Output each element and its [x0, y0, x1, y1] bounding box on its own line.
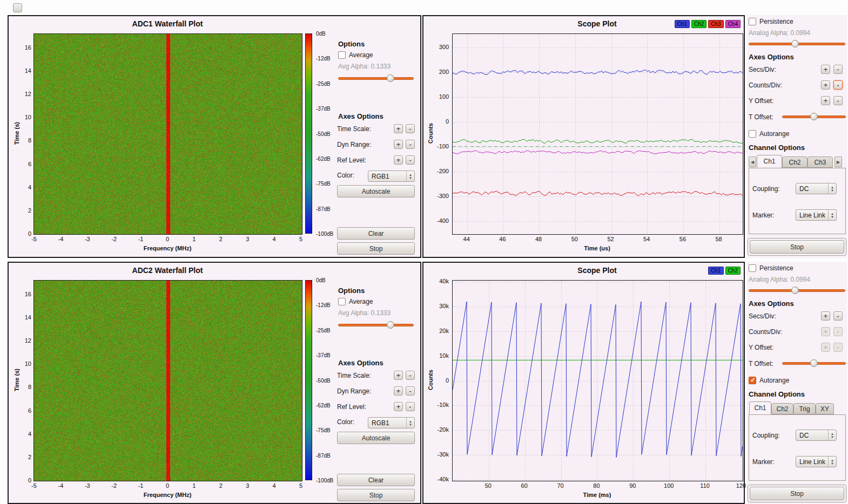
stop-button[interactable]: Stop	[750, 487, 844, 500]
secs-div-increase-button[interactable]: +	[821, 311, 830, 321]
y-tick-label: 4	[28, 184, 31, 190]
stop-button[interactable]: Stop	[750, 240, 844, 254]
average-checkbox-box[interactable]	[338, 298, 346, 305]
analog-alpha-slider[interactable]	[749, 287, 845, 294]
slider-handle[interactable]	[791, 287, 799, 294]
tab-ch2[interactable]: Ch2	[771, 403, 793, 414]
y-offset-decrease-button[interactable]: -	[833, 96, 843, 105]
autorange-checkbox-box[interactable]	[749, 377, 756, 384]
waterfall-canvas[interactable]	[33, 280, 302, 481]
time-scale-increase-button[interactable]: +	[394, 371, 403, 380]
tab-scroll-right-button[interactable]: ▶	[834, 156, 842, 167]
x-tick-label: -2	[111, 482, 117, 489]
ref-level-decrease-button[interactable]: -	[406, 402, 415, 411]
counts-div-decrease-button[interactable]: -	[833, 80, 843, 90]
secs-div-decrease-button[interactable]: -	[833, 65, 843, 74]
time-scale-decrease-button[interactable]: -	[406, 124, 415, 133]
y-offset-increase-button[interactable]: +	[821, 96, 830, 105]
tab-trig[interactable]: Trig	[793, 403, 816, 414]
dyn-range-increase-button[interactable]: +	[394, 386, 403, 396]
average-checkbox[interactable]: Average	[338, 51, 373, 59]
x-tick-label: 1	[192, 482, 196, 489]
tab-ch1[interactable]: Ch1	[757, 155, 782, 168]
waterfall-canvas[interactable]	[33, 33, 302, 235]
dyn-range-decrease-button[interactable]: -	[406, 140, 415, 149]
spin-down-icon[interactable]: ▼	[409, 423, 412, 426]
dyn-range-increase-button[interactable]: +	[394, 140, 403, 149]
persistence-checkbox-box[interactable]	[749, 18, 756, 25]
counts-div-increase-button[interactable]: +	[821, 327, 830, 336]
spinner-arrows-icon[interactable]: ▲▼	[406, 418, 414, 428]
secs-div-decrease-button[interactable]: -	[833, 311, 843, 321]
tab-scroll-left-button[interactable]: ◀	[749, 156, 756, 167]
coupling-value: DC	[796, 185, 828, 193]
coupling-combo[interactable]: DC ▲▼	[796, 183, 837, 194]
spin-down-icon[interactable]: ▼	[409, 176, 412, 180]
time-scale-label: Time Scale:	[337, 372, 371, 379]
spinner-arrows-icon[interactable]: ▲▼	[828, 457, 836, 467]
stray-handle	[13, 3, 22, 12]
y-offset-decrease-button[interactable]: -	[833, 343, 843, 352]
stop-button[interactable]: Stop	[337, 242, 415, 255]
spinner-arrows-icon[interactable]: ▲▼	[828, 210, 836, 220]
spinner-arrows-icon[interactable]: ▲▼	[406, 171, 414, 181]
slider-handle[interactable]	[791, 40, 799, 47]
slider-handle[interactable]	[387, 321, 394, 329]
slider-handle[interactable]	[810, 359, 818, 367]
avg-alpha-slider[interactable]	[338, 74, 414, 82]
t-offset-slider[interactable]	[782, 113, 846, 120]
autoscale-button[interactable]: Autoscale	[337, 432, 415, 444]
slider-handle[interactable]	[810, 113, 818, 120]
marker-value: Line Link	[796, 458, 828, 466]
ref-level-increase-button[interactable]: +	[394, 402, 403, 411]
t-offset-label: T Offset:	[749, 360, 773, 367]
tab-ch2[interactable]: Ch2	[782, 156, 807, 168]
autorange-checkbox[interactable]: Autorange	[749, 377, 789, 384]
spin-down-icon[interactable]: ▼	[831, 189, 834, 192]
average-checkbox[interactable]: Average	[338, 298, 373, 305]
secs-div-increase-button[interactable]: +	[821, 65, 830, 74]
slider-handle[interactable]	[387, 74, 394, 82]
ref-level-decrease-button[interactable]: -	[406, 155, 415, 165]
scope-canvas[interactable]	[452, 280, 743, 481]
marker-combo[interactable]: Line Link ▲▼	[796, 456, 837, 467]
time-scale-decrease-button[interactable]: -	[406, 371, 415, 380]
t-offset-slider[interactable]	[782, 359, 846, 367]
persistence-checkbox[interactable]: Persistence	[749, 18, 793, 25]
scope-canvas[interactable]	[452, 33, 743, 235]
autorange-checkbox[interactable]: Autorange	[749, 130, 789, 138]
spin-down-icon[interactable]: ▼	[831, 462, 834, 465]
spin-down-icon[interactable]: ▼	[831, 215, 834, 219]
coupling-combo[interactable]: DC ▲▼	[796, 430, 837, 441]
x-tick-label: 3	[246, 482, 249, 489]
y-offset-increase-button[interactable]: +	[821, 343, 830, 352]
secs-div-label: Secs/Div:	[749, 66, 776, 73]
color-combo-value: RGB1	[368, 419, 406, 427]
autoscale-button[interactable]: Autoscale	[337, 185, 415, 197]
dyn-range-decrease-button[interactable]: -	[406, 386, 415, 396]
tab-ch3[interactable]: Ch3	[807, 156, 833, 168]
channel-tab-content: Coupling: DC ▲▼ Marker: Line Link ▲▼	[749, 168, 846, 234]
avg-alpha-slider[interactable]	[338, 321, 414, 329]
spin-down-icon[interactable]: ▼	[831, 435, 834, 439]
counts-div-increase-button[interactable]: +	[821, 80, 830, 90]
spinner-arrows-icon[interactable]: ▲▼	[828, 430, 836, 440]
time-scale-increase-button[interactable]: +	[394, 124, 403, 133]
persistence-checkbox[interactable]: Persistence	[749, 264, 793, 272]
tab-xy[interactable]: XY	[816, 403, 834, 414]
tab-ch1[interactable]: Ch1	[749, 401, 771, 414]
clear-button[interactable]: Clear	[337, 474, 415, 486]
stop-button[interactable]: Stop	[337, 489, 415, 501]
average-checkbox-box[interactable]	[338, 51, 346, 59]
counts-div-decrease-button[interactable]: -	[833, 327, 843, 336]
ref-level-increase-button[interactable]: +	[394, 155, 403, 165]
color-combo[interactable]: RGB1 ▲▼	[368, 417, 415, 428]
marker-combo[interactable]: Line Link ▲▼	[796, 209, 837, 221]
analog-alpha-slider[interactable]	[749, 40, 845, 47]
persistence-checkbox-box[interactable]	[749, 264, 756, 272]
marker-label: Marker:	[752, 458, 775, 466]
clear-button[interactable]: Clear	[337, 227, 415, 240]
spinner-arrows-icon[interactable]: ▲▼	[828, 183, 836, 194]
autorange-checkbox-box[interactable]	[749, 130, 756, 138]
color-combo[interactable]: RGB1 ▲▼	[368, 171, 415, 182]
